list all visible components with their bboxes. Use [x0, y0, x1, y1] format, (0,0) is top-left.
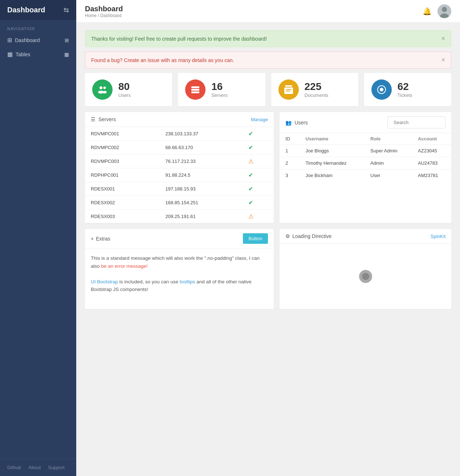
servers-stat-label: Servers: [211, 93, 228, 98]
sidebar-item-label-tables: Tables: [16, 52, 30, 57]
nav-label: NAVIGATION: [0, 20, 76, 33]
extras-panel-header: + Extras Button: [85, 229, 274, 249]
svg-rect-13: [286, 89, 292, 90]
status-ok-icon: ✔: [248, 144, 253, 151]
svg-rect-7: [191, 86, 199, 88]
user-username: Timothy Hernandez: [300, 157, 365, 169]
servers-manage-link[interactable]: Manage: [251, 117, 268, 122]
main-content: Dashboard Home / Dashboard 🔔 Thanks for …: [76, 0, 460, 476]
users-panel-title: Users: [294, 120, 308, 126]
status-ok-icon: ✔: [248, 131, 253, 137]
extras-text-error: be an error message!: [101, 263, 148, 269]
user-account: AZ23045: [412, 145, 451, 157]
avatar[interactable]: [437, 4, 451, 18]
extras-text-tooltips[interactable]: tooltips: [180, 279, 195, 284]
server-name: RDPHPC001: [85, 168, 160, 182]
user-role: Admin: [365, 157, 412, 169]
users-panel: 👥 Users ID Username Role Account: [280, 112, 451, 223]
extras-button[interactable]: Button: [243, 233, 268, 244]
footer-link-about[interactable]: About: [28, 465, 41, 470]
server-ip: 68.66.63.170: [160, 141, 243, 155]
users-stat-icon: [92, 79, 113, 100]
svg-point-16: [380, 88, 383, 91]
docs-stat-label: Documents: [305, 93, 329, 98]
stat-card-documents: 225 Documents: [271, 73, 358, 106]
svg-point-6: [102, 91, 107, 94]
sidebar-footer: Github About Support: [0, 459, 76, 476]
settings-icon[interactable]: ⇆: [64, 6, 69, 14]
server-name: RDESX003: [85, 210, 160, 223]
spinkit-link[interactable]: SpinKit: [431, 234, 445, 239]
stat-card-tickets: 62 Tickets: [364, 73, 451, 106]
server-status: ✔: [243, 196, 274, 210]
status-ok-icon: ✔: [248, 172, 253, 178]
table-row: RDESX002 168.85.154.251 ✔: [85, 196, 274, 210]
tickets-stat-label: Tickets: [398, 93, 412, 98]
footer-link-support[interactable]: Support: [48, 465, 65, 470]
sidebar-item-tables[interactable]: ▦ Tables ▦: [0, 47, 76, 61]
alert-danger-close[interactable]: ×: [441, 56, 445, 64]
user-role: Super Admin: [365, 145, 412, 157]
server-status: ⚠: [243, 210, 274, 223]
server-ip: 168.85.154.251: [160, 196, 243, 210]
users-table: ID Username Role Account 1 Joe Bloggs Su…: [280, 133, 451, 181]
table-row: RDVMPC003 76.117.212.33 ⚠: [85, 155, 274, 168]
server-ip: 238.103.133.37: [160, 127, 243, 141]
server-ip: 197.188.15.93: [160, 182, 243, 196]
sidebar-item-label-dashboard: Dashboard: [15, 37, 40, 43]
col-account: Account: [412, 133, 451, 145]
servers-panel-header: ☰ Servers Manage: [85, 112, 274, 127]
panels-row: ☰ Servers Manage RDVMPC001 238.103.133.3…: [85, 112, 451, 223]
alert-success-close[interactable]: ×: [441, 35, 445, 42]
table-row: RDESX003 209.25.191.61 ⚠: [85, 210, 274, 223]
svg-point-1: [442, 7, 447, 12]
documents-stat-icon: [278, 79, 299, 100]
stat-card-users: 80 Users: [85, 73, 172, 106]
bell-icon[interactable]: 🔔: [423, 7, 432, 16]
footer-link-github[interactable]: Github: [7, 465, 21, 470]
alert-success-message: Thanks for visiting! Feel free to create…: [91, 36, 267, 42]
user-username: Joe Bickham: [300, 169, 365, 182]
server-status: ✔: [243, 168, 274, 182]
loading-panel-header: ⚙ Loading Directive SpinKit: [280, 229, 451, 244]
sidebar-item-dashboard[interactable]: ⊞ Dashboard ⊞: [0, 33, 76, 47]
status-ok-icon: ✔: [248, 186, 253, 192]
alert-danger: Found a bug? Create an issue with as man…: [85, 52, 451, 69]
extras-body: This is a standard message which will al…: [85, 249, 274, 299]
content-area: Thanks for visiting! Feel free to create…: [76, 23, 460, 476]
tables-badge-icon: ▦: [64, 52, 69, 57]
servers-stat-number: 16: [211, 82, 228, 92]
svg-point-3: [99, 86, 102, 89]
svg-point-5: [103, 87, 106, 89]
table-row: RDESX001 197.188.15.93 ✔: [85, 182, 274, 196]
tickets-stat-number: 62: [398, 82, 412, 92]
page-title: Dashboard: [85, 5, 123, 13]
servers-panel-icon: ☰: [91, 116, 95, 122]
server-name: RDVMPC003: [85, 155, 160, 168]
server-ip: 76.117.212.33: [160, 155, 243, 168]
user-id: 1: [280, 145, 300, 157]
extras-text-uibootstrap[interactable]: UI Bootstrap: [91, 279, 118, 284]
loading-gear-icon: ⚙: [285, 233, 290, 239]
table-row: 3 Joe Bickham User AM23781: [280, 169, 451, 182]
tables-icon: ▦: [7, 51, 13, 58]
docs-stat-number: 225: [305, 82, 329, 92]
extras-panel: + Extras Button This is a standard messa…: [85, 229, 274, 309]
sidebar: Dashboard ⇆ NAVIGATION ⊞ Dashboard ⊞ ▦ T…: [0, 0, 76, 476]
servers-table: RDVMPC001 238.103.133.37 ✔ RDVMPC002 68.…: [85, 127, 274, 223]
breadcrumb: Home / Dashboard: [85, 13, 123, 18]
loading-panel-title: Loading Directive: [292, 233, 331, 239]
users-search-input[interactable]: [387, 116, 445, 128]
server-name: RDVMPC002: [85, 141, 160, 155]
extras-text-4: is included, so you can use: [118, 279, 180, 284]
user-account: AM23781: [412, 169, 451, 182]
extras-panel-title: Extras: [96, 236, 110, 242]
dashboard-badge-icon: ⊞: [65, 37, 69, 43]
servers-panel: ☰ Servers Manage RDVMPC001 238.103.133.3…: [85, 112, 274, 223]
svg-rect-11: [287, 85, 292, 87]
user-username: Joe Bloggs: [300, 145, 365, 157]
server-name: RDESX001: [85, 182, 160, 196]
col-id: ID: [280, 133, 300, 145]
loading-body: [280, 244, 451, 309]
loading-panel: ⚙ Loading Directive SpinKit: [280, 229, 451, 309]
